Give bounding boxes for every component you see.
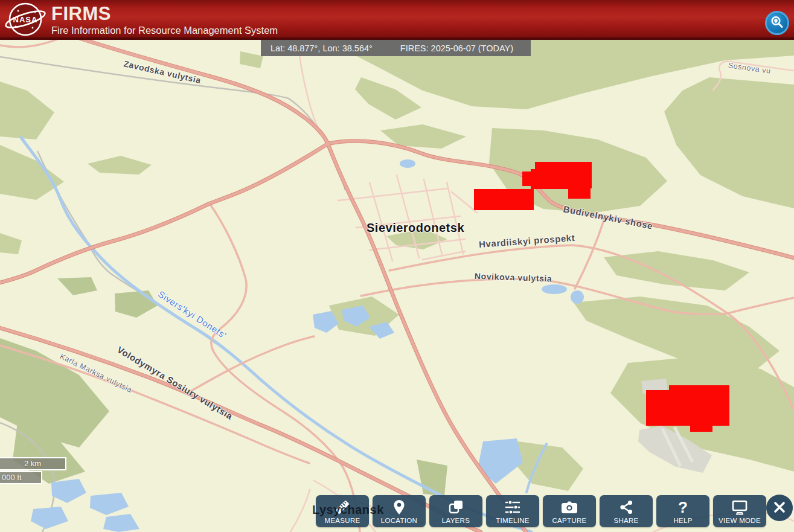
capture-button-label: CAPTURE — [552, 517, 586, 524]
question-icon: ? — [674, 498, 691, 516]
close-icon — [772, 500, 787, 516]
app-header: NASA FIRMS Fire Information for Resource… — [0, 0, 794, 40]
map-pin-icon — [391, 498, 407, 516]
share-button-label: SHARE — [613, 517, 638, 524]
layers-button[interactable]: LAYERS — [429, 495, 482, 527]
location-button-label: LOCATION — [381, 517, 417, 524]
share-icon — [618, 498, 635, 516]
svg-text:?: ? — [678, 499, 688, 516]
monitor-icon — [731, 498, 749, 516]
ruler-icon — [333, 498, 351, 516]
measure-button[interactable]: MEASURE — [316, 495, 369, 527]
camera-icon — [561, 498, 578, 516]
scale-bar-metric: 2 km — [0, 457, 66, 470]
help-button[interactable]: ? HELP — [656, 495, 709, 527]
search-location-icon — [770, 15, 784, 31]
app-subtitle: Fire Information for Resource Management… — [51, 25, 278, 36]
svg-text:NASA: NASA — [13, 15, 38, 24]
map-canvas[interactable]: Sievierodonetsk Lysychansk Zavodska vuly… — [0, 0, 794, 532]
location-button[interactable]: LOCATION — [373, 495, 426, 527]
bottom-toolbar: MEASURE LOCATION LAYERS — [316, 495, 766, 527]
capture-button[interactable]: CAPTURE — [543, 495, 596, 527]
layers-button-label: LAYERS — [442, 517, 470, 524]
fire-detection-polygon — [646, 385, 729, 432]
status-bar: Lat: 48.877°, Lon: 38.564° FIRES: 2025-0… — [261, 40, 531, 56]
nasa-logo[interactable]: NASA — [5, 1, 51, 40]
title-block: FIRMS Fire Information for Resource Mana… — [51, 4, 278, 36]
fire-detection-polygon — [474, 189, 534, 210]
help-button-label: HELP — [673, 517, 692, 524]
fires-date-readout: FIRES: 2025-06-07 (TODAY) — [400, 43, 513, 53]
app-title: FIRMS — [51, 4, 278, 24]
view-mode-button-label: VIEW MODE — [719, 517, 761, 524]
measure-button-label: MEASURE — [325, 517, 360, 524]
view-mode-button[interactable]: VIEW MODE — [713, 495, 766, 527]
search-button[interactable] — [765, 11, 789, 35]
scale-control: 2 km 000 ft — [0, 457, 66, 484]
layers-icon — [447, 498, 464, 516]
timeline-button[interactable]: TIMELINE — [486, 495, 539, 527]
share-button[interactable]: SHARE — [600, 495, 653, 527]
sliders-icon — [504, 498, 522, 516]
timeline-button-label: TIMELINE — [496, 517, 529, 524]
coordinates-readout: Lat: 48.877°, Lon: 38.564° — [271, 43, 373, 53]
scale-bar-imperial: 000 ft — [0, 471, 42, 484]
close-toolbar-button[interactable] — [766, 495, 793, 521]
